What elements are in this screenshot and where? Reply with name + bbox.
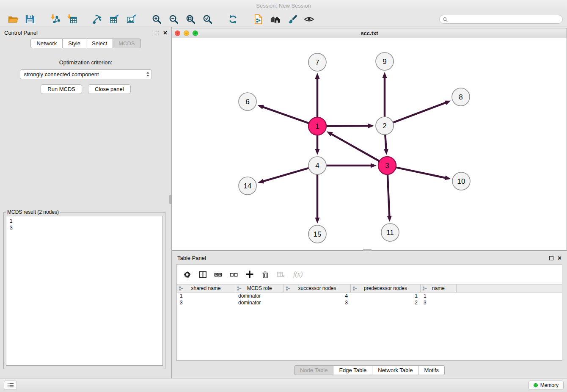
optimization-dropdown[interactable]: strongly connected component <box>20 69 152 79</box>
save-session-button[interactable] <box>22 13 37 26</box>
table-tab-node-table[interactable]: Node Table <box>294 365 334 375</box>
table-mode-button[interactable] <box>183 270 191 279</box>
control-panel-title: Control Panel <box>4 30 38 36</box>
float-panel-icon[interactable] <box>155 31 159 35</box>
column-header-name[interactable]: name <box>421 284 457 292</box>
network-graph[interactable]: 7968124310141511 <box>172 38 567 250</box>
export-table-button[interactable] <box>107 13 121 26</box>
network-canvas[interactable]: 7968124310141511 <box>172 38 567 250</box>
edge-2-3[interactable] <box>385 135 386 149</box>
window-titlebar[interactable]: Session: New Session <box>0 0 567 12</box>
mcds-result-title: MCDS result (2 nodes) <box>6 209 60 215</box>
table-tab-network-table[interactable]: Network Table <box>372 365 418 375</box>
table-row[interactable]: 3dominator323 <box>177 299 562 306</box>
application-window: Session: New Session Control Panel × Net… <box>0 0 567 392</box>
node-8[interactable]: 8 <box>452 88 470 106</box>
column-header-mcds_role[interactable]: MCDS role <box>235 284 284 292</box>
floppy-icon <box>25 14 35 25</box>
open-session-button[interactable] <box>6 13 20 26</box>
edge-3-10[interactable] <box>396 167 445 178</box>
edge-3-11[interactable] <box>388 174 389 216</box>
float-table-panel-icon[interactable] <box>549 256 553 260</box>
export-network-button[interactable] <box>90 13 105 26</box>
table-panel-header: Table Panel × <box>172 252 567 264</box>
table-row[interactable]: 1dominator411 <box>177 293 562 299</box>
apply-style-button[interactable] <box>285 13 299 26</box>
column-header-shared_name[interactable]: shared name <box>177 284 235 292</box>
import-table-icon <box>67 14 77 25</box>
node-4[interactable]: 4 <box>308 157 326 174</box>
close-table-panel-icon[interactable]: × <box>558 255 561 262</box>
node-3[interactable]: 3 <box>378 157 396 174</box>
show-graphics-details-button[interactable] <box>302 13 316 26</box>
import-network-from-file-button[interactable] <box>48 13 62 26</box>
create-column-button[interactable] <box>245 270 254 279</box>
deselect-all-button[interactable] <box>230 270 238 279</box>
network-window-titlebar[interactable]: × − + scc.txt <box>172 28 567 38</box>
horizontal-splitter-handle[interactable] <box>363 249 372 251</box>
run-mcds-button[interactable]: Run MCDS <box>41 84 82 94</box>
delete-column-button-disabled[interactable] <box>277 270 285 279</box>
node-6[interactable]: 6 <box>239 93 256 110</box>
table-toolbar: f(x) <box>177 265 562 284</box>
export-image-button[interactable] <box>124 13 138 26</box>
zoom-out-button[interactable] <box>166 13 181 26</box>
refresh-icon <box>228 14 238 25</box>
column-header-predecessor_nodes[interactable]: predecessor nodes <box>351 284 421 292</box>
zoom-in-button[interactable] <box>149 13 164 26</box>
edge-arrowhead <box>383 72 387 78</box>
node-10[interactable]: 10 <box>452 172 470 190</box>
edge-arrowhead <box>258 105 264 109</box>
edge-1-6[interactable] <box>263 107 309 123</box>
export-image-icon <box>126 14 137 25</box>
tab-network[interactable]: Network <box>30 39 63 48</box>
search-input[interactable] <box>448 16 559 23</box>
table-tab-edge-table[interactable]: Edge Table <box>333 365 372 375</box>
node-15[interactable]: 15 <box>308 225 326 243</box>
edge-4-14[interactable] <box>263 168 308 181</box>
export-table-icon <box>109 14 120 25</box>
import-table-from-file-button[interactable] <box>65 13 79 26</box>
zoom-fit-button[interactable] <box>183 13 198 26</box>
edge-1-2[interactable] <box>326 126 368 126</box>
node-14[interactable]: 14 <box>239 177 256 195</box>
ui-settings-button[interactable] <box>4 381 17 390</box>
show-columns-button[interactable] <box>198 270 207 279</box>
edge-3-1[interactable] <box>332 134 380 161</box>
select-all-button[interactable] <box>214 270 223 279</box>
node-11[interactable]: 11 <box>381 224 399 241</box>
function-builder-button[interactable]: f(x) <box>293 271 303 278</box>
tab-select[interactable]: Select <box>86 39 113 48</box>
memory-button[interactable]: Memory <box>528 381 564 390</box>
mcds-result-list[interactable]: 1 3 <box>6 216 163 366</box>
memory-status-dot <box>534 383 538 387</box>
main-toolbar <box>0 12 567 27</box>
node-1[interactable]: 1 <box>308 117 326 135</box>
column-header-successor_nodes[interactable]: successor nodes <box>284 284 351 292</box>
table-tab-motifs[interactable]: Motifs <box>418 365 445 375</box>
node-2[interactable]: 2 <box>376 117 394 135</box>
close-window-button[interactable]: × <box>175 30 180 36</box>
tab-style[interactable]: Style <box>63 39 86 48</box>
network-document-button[interactable] <box>251 13 265 26</box>
search-box[interactable] <box>439 15 563 24</box>
trash-icon <box>261 271 269 279</box>
node-label: 15 <box>314 230 322 238</box>
minimize-window-button[interactable]: − <box>184 30 189 36</box>
node-9[interactable]: 9 <box>376 52 394 70</box>
first-neighbors-button[interactable] <box>268 13 282 26</box>
node-7[interactable]: 7 <box>308 53 326 71</box>
edge-2-8[interactable] <box>393 103 446 123</box>
close-panel-button[interactable]: Close panel <box>88 84 131 94</box>
apply-layout-button[interactable] <box>226 13 240 26</box>
zoom-selected-button[interactable] <box>200 13 215 26</box>
vertical-splitter-handle[interactable] <box>169 195 171 204</box>
column-type-icon <box>237 286 242 291</box>
export-network-icon <box>92 14 103 25</box>
close-panel-icon[interactable]: × <box>163 30 167 36</box>
column-type-icon <box>422 286 427 291</box>
tab-mcds[interactable]: MCDS <box>113 39 140 48</box>
zoom-window-button[interactable]: + <box>193 30 198 36</box>
delete-rows-button[interactable] <box>261 270 270 279</box>
mcds-result-group: MCDS result (2 nodes) 1 3 <box>3 209 165 369</box>
